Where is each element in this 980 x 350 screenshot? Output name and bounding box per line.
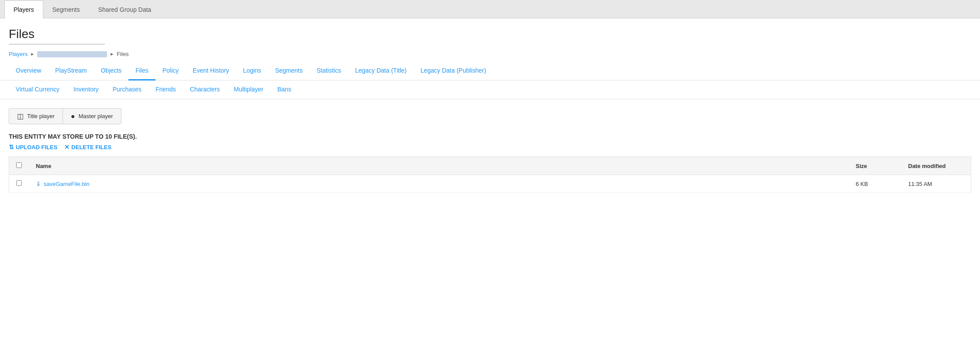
page-title: Files	[9, 27, 971, 41]
row-name-cell: ⇓ saveGameFile.bin	[29, 175, 849, 193]
tab-bans[interactable]: Bans	[270, 80, 298, 99]
tab-policy[interactable]: Policy	[156, 62, 186, 80]
table-row: ⇓ saveGameFile.bin 6 KB 11:35 AM	[9, 175, 971, 193]
tab-characters[interactable]: Characters	[183, 80, 227, 99]
upload-files-label: UPLOAD FILES	[16, 144, 57, 150]
tab-friends[interactable]: Friends	[149, 80, 183, 99]
breadcrumb-current: Files	[117, 51, 128, 57]
content-area: ◫ Title player ● Master player THIS ENTI…	[0, 99, 980, 202]
nav-tabs-row1: Overview PlayStream Objects Files Policy…	[0, 62, 980, 80]
header-name-col: Name	[29, 157, 849, 175]
entity-info: THIS ENTITY MAY STORE UP TO 10 FILE(S). …	[9, 133, 971, 150]
tab-statistics[interactable]: Statistics	[310, 62, 348, 80]
row-checkbox-cell	[9, 175, 29, 193]
delete-files-link[interactable]: ✕ DELETE FILES	[64, 144, 111, 150]
files-table: Name Size Date modified ⇓ saveGameFile.b…	[9, 157, 971, 193]
tab-virtual-currency[interactable]: Virtual Currency	[9, 80, 66, 99]
breadcrumb: Players ► ► Files	[0, 51, 980, 62]
player-type-buttons: ◫ Title player ● Master player	[9, 108, 971, 124]
tab-playstream[interactable]: PlayStream	[48, 62, 93, 80]
nav-tabs-row2: Virtual Currency Inventory Purchases Fri…	[0, 80, 980, 99]
row-checkbox[interactable]	[16, 180, 22, 186]
row-date-cell: 11:35 AM	[901, 175, 971, 193]
header-date-col: Date modified	[901, 157, 971, 175]
tab-multiplayer[interactable]: Multiplayer	[227, 80, 270, 99]
top-tab-segments[interactable]: Segments	[43, 0, 89, 18]
header-divider	[9, 44, 105, 45]
tab-segments[interactable]: Segments	[268, 62, 310, 80]
tab-inventory[interactable]: Inventory	[66, 80, 106, 99]
file-name: saveGameFile.bin	[44, 181, 90, 187]
top-tab-shared-group-data[interactable]: Shared Group Data	[89, 0, 160, 18]
breadcrumb-arrow-icon-2: ►	[110, 52, 114, 56]
top-tab-bar: Players Segments Shared Group Data	[0, 0, 980, 18]
select-all-checkbox[interactable]	[16, 162, 22, 168]
title-player-button[interactable]: ◫ Title player	[9, 108, 63, 124]
title-player-icon: ◫	[17, 112, 24, 120]
title-player-label: Title player	[27, 113, 55, 119]
upload-icon: ⇅	[9, 144, 14, 150]
delete-files-label: DELETE FILES	[71, 144, 111, 150]
tab-objects[interactable]: Objects	[94, 62, 128, 80]
tab-logins[interactable]: Logins	[236, 62, 268, 80]
tab-overview[interactable]: Overview	[9, 62, 48, 80]
storage-limit-text: THIS ENTITY MAY STORE UP TO 10 FILE(S).	[9, 133, 971, 140]
header-size-col: Size	[849, 157, 901, 175]
table-body: ⇓ saveGameFile.bin 6 KB 11:35 AM	[9, 175, 971, 193]
master-player-icon: ●	[71, 112, 75, 120]
file-download-link[interactable]: ⇓ saveGameFile.bin	[36, 180, 842, 187]
page-header: Files	[0, 18, 980, 45]
master-player-button[interactable]: ● Master player	[63, 108, 121, 124]
tab-event-history[interactable]: Event History	[186, 62, 236, 80]
row-size-cell: 6 KB	[849, 175, 901, 193]
table-header: Name Size Date modified	[9, 157, 971, 175]
delete-icon: ✕	[64, 144, 69, 150]
upload-files-link[interactable]: ⇅ UPLOAD FILES	[9, 144, 57, 150]
top-tab-players[interactable]: Players	[4, 0, 43, 18]
tab-files[interactable]: Files	[128, 62, 156, 80]
header-checkbox-col	[9, 157, 29, 175]
action-links: ⇅ UPLOAD FILES ✕ DELETE FILES	[9, 144, 971, 150]
tab-legacy-data-publisher[interactable]: Legacy Data (Publisher)	[413, 62, 493, 80]
tab-purchases[interactable]: Purchases	[106, 80, 149, 99]
tab-legacy-data-title[interactable]: Legacy Data (Title)	[348, 62, 414, 80]
master-player-label: Master player	[79, 113, 113, 119]
breadcrumb-player-id-placeholder	[37, 51, 107, 57]
download-icon: ⇓	[36, 180, 41, 187]
breadcrumb-players-link[interactable]: Players	[9, 51, 28, 57]
breadcrumb-arrow-icon: ►	[30, 52, 35, 56]
